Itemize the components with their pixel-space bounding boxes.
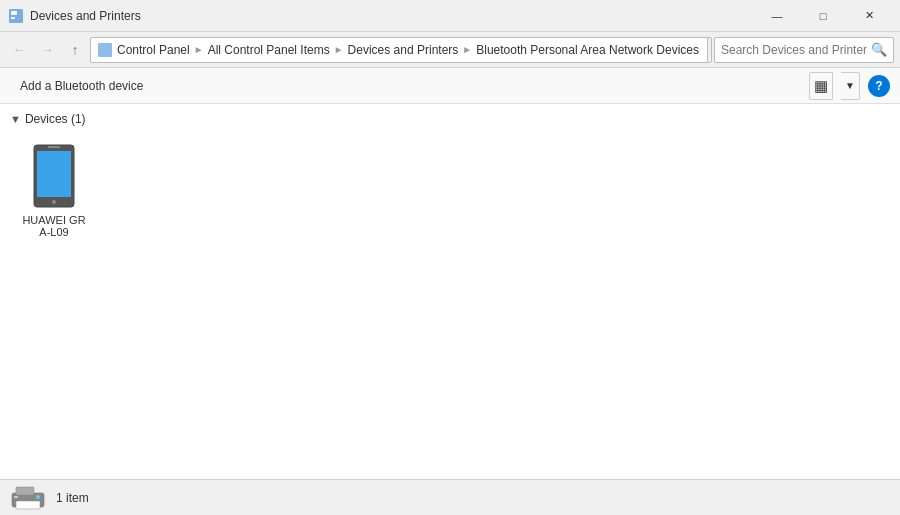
crumb-label-1: Control Panel bbox=[117, 43, 190, 57]
device-icon-huawei bbox=[28, 142, 80, 210]
section-header[interactable]: ▼ Devices (1) bbox=[10, 112, 890, 126]
address-crumb-4[interactable]: Bluetooth Personal Area Network Devices bbox=[476, 43, 699, 57]
address-crumb-3[interactable]: Devices and Printers bbox=[348, 43, 459, 57]
svg-rect-5 bbox=[37, 151, 71, 197]
address-bar[interactable]: Control Panel ► All Control Panel Items … bbox=[90, 37, 712, 63]
address-crumb-2[interactable]: All Control Panel Items bbox=[208, 43, 330, 57]
address-dropdown[interactable]: ▼ bbox=[707, 37, 712, 63]
view-icon: ▦ bbox=[814, 77, 828, 95]
address-right: ▼ ↻ bbox=[707, 37, 712, 63]
svg-rect-1 bbox=[11, 11, 17, 15]
window-controls: — □ ✕ bbox=[754, 0, 892, 32]
svg-point-7 bbox=[52, 200, 56, 204]
svg-rect-9 bbox=[16, 487, 34, 495]
device-label-huawei: HUAWEI GRA-L09 bbox=[20, 214, 88, 238]
svg-rect-10 bbox=[16, 501, 40, 509]
address-bar-icon bbox=[97, 42, 113, 58]
search-input[interactable] bbox=[721, 43, 867, 57]
section-chevron: ▼ bbox=[10, 113, 21, 125]
status-bar: 1 item bbox=[0, 479, 900, 515]
forward-button[interactable]: → bbox=[34, 37, 60, 63]
nav-bar: ← → ↑ Control Panel ► All Control Panel … bbox=[0, 32, 900, 68]
window-icon bbox=[8, 8, 24, 24]
minimize-button[interactable]: — bbox=[754, 0, 800, 32]
status-item-count: 1 item bbox=[56, 491, 89, 505]
close-button[interactable]: ✕ bbox=[846, 0, 892, 32]
crumb-arrow-1: ► bbox=[194, 44, 204, 55]
section-label: Devices (1) bbox=[25, 112, 86, 126]
up-button[interactable]: ↑ bbox=[62, 37, 88, 63]
svg-rect-3 bbox=[98, 43, 112, 57]
window-title: Devices and Printers bbox=[30, 9, 754, 23]
view-dropdown-button[interactable]: ▼ bbox=[841, 72, 860, 100]
help-button[interactable]: ? bbox=[868, 75, 890, 97]
crumb-label-2: All Control Panel Items bbox=[208, 43, 330, 57]
search-icon: 🔍 bbox=[871, 42, 887, 57]
toolbar: Add a Bluetooth device ▦ ▼ ? bbox=[0, 68, 900, 104]
maximize-button[interactable]: □ bbox=[800, 0, 846, 32]
device-grid: HUAWEI GRA-L09 bbox=[10, 136, 890, 244]
view-button[interactable]: ▦ bbox=[809, 72, 833, 100]
crumb-label-3: Devices and Printers bbox=[348, 43, 459, 57]
status-printer-icon bbox=[10, 483, 46, 513]
back-button[interactable]: ← bbox=[6, 37, 32, 63]
add-bluetooth-button[interactable]: Add a Bluetooth device bbox=[10, 72, 153, 100]
search-bar[interactable]: 🔍 bbox=[714, 37, 894, 63]
crumb-arrow-3: ► bbox=[462, 44, 472, 55]
title-bar: Devices and Printers — □ ✕ bbox=[0, 0, 900, 32]
address-crumb-1[interactable]: Control Panel bbox=[117, 43, 190, 57]
svg-rect-12 bbox=[14, 496, 18, 498]
svg-point-11 bbox=[36, 495, 40, 499]
device-item-huawei[interactable]: HUAWEI GRA-L09 bbox=[14, 136, 94, 244]
svg-rect-6 bbox=[48, 146, 60, 148]
crumb-arrow-2: ► bbox=[334, 44, 344, 55]
main-content: ▼ Devices (1) HUAWEI GRA-L09 bbox=[0, 104, 900, 479]
svg-rect-2 bbox=[11, 17, 15, 19]
crumb-label-4: Bluetooth Personal Area Network Devices bbox=[476, 43, 699, 57]
